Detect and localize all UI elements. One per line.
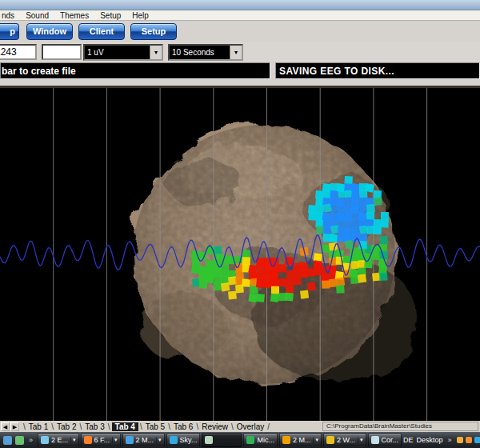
voxel — [366, 212, 374, 220]
office-icon — [282, 436, 290, 444]
desktop-toolbar-label[interactable]: Desktop — [417, 436, 443, 444]
status-message-left: bar to create file — [0, 62, 270, 79]
tab-scroll-left-button[interactable]: ◀ — [1, 422, 10, 431]
tab-separator: / — [267, 422, 270, 431]
voxel — [307, 268, 315, 276]
voxel — [323, 219, 331, 227]
taskbar-button-2-e-[interactable]: 2 E...▾ — [38, 433, 79, 447]
chevron-down-icon[interactable]: ▾ — [112, 437, 118, 443]
quicklaunch-overflow-chevron[interactable]: » — [29, 436, 33, 444]
voxel — [344, 176, 353, 185]
tab-tab-4[interactable]: Tab 4 — [112, 422, 138, 431]
chevron-down-icon[interactable]: ▾ — [70, 437, 76, 443]
voxel — [330, 190, 338, 199]
menu-setup[interactable]: Setup — [100, 11, 121, 20]
taskbar-button-active-app[interactable] — [202, 433, 242, 447]
client-button[interactable]: Client — [78, 23, 125, 40]
chevron-down-icon[interactable]: ▾ — [313, 437, 318, 443]
taskbar-button-label: Cor... — [382, 436, 399, 444]
taskbar-button-sky-[interactable]: Sky... — [166, 433, 201, 447]
taskbar-button-cor-[interactable]: Cor... — [368, 433, 402, 447]
taskbar-button-mic-[interactable]: Mic... — [243, 433, 278, 447]
voxel — [379, 272, 387, 280]
p-button[interactable]: p — [0, 23, 19, 40]
tab-tab-1[interactable]: Tab 1 — [27, 422, 50, 431]
voxel — [374, 226, 382, 234]
window-button[interactable]: Window — [26, 23, 73, 40]
chevron-down-icon[interactable]: ▾ — [156, 437, 162, 443]
taskbar-button-2-m-[interactable]: 2 M...▾ — [279, 433, 322, 447]
notification-area: DE Desktop » — [403, 436, 480, 444]
tab-separator: \ — [196, 422, 198, 431]
tab-strip: \Tab 1\Tab 2\Tab 3\Tab 4\Tab 5\Tab 6\Rev… — [22, 422, 271, 431]
control-row: 1 uV ▾ 10 Seconds ▾ — [0, 42, 480, 62]
tab-review[interactable]: Review — [200, 422, 230, 431]
taskbar-button-label: 6 F... — [94, 436, 110, 444]
counter-field[interactable] — [0, 44, 37, 60]
window-titlebar[interactable] — [0, 0, 480, 10]
voxel — [380, 219, 389, 228]
tab-tab-5[interactable]: Tab 5 — [144, 422, 166, 431]
menu-themes[interactable]: Themes — [60, 11, 89, 20]
skype-icon — [170, 436, 178, 444]
taskbar-button-2-m-[interactable]: 2 M...▾ — [122, 433, 165, 447]
voxel — [316, 205, 324, 213]
voxel — [336, 278, 345, 286]
voxel — [381, 212, 389, 220]
toolbar: pWindowClientSetup — [0, 21, 480, 42]
tray-icons — [457, 437, 480, 443]
brainmaster-window: ndsSoundThemesSetupHelp pWindowClientSet… — [0, 0, 480, 448]
voxel — [329, 234, 338, 243]
taskbar-button-6-f-[interactable]: 6 F...▾ — [81, 433, 121, 447]
tab-separator: \ — [23, 422, 26, 431]
tab-scroll-right-button[interactable]: ▶ — [10, 422, 19, 431]
show-desktop-icon[interactable] — [15, 436, 24, 445]
taskbar-button-2-w-[interactable]: 2 W...▾ — [323, 433, 366, 447]
brain-eeg-visualization — [0, 88, 480, 421]
voxel — [314, 267, 322, 275]
quick-launch: » — [0, 436, 38, 445]
voxel — [366, 204, 375, 213]
voxel — [350, 247, 358, 256]
tab-tab-2[interactable]: Tab 2 — [55, 422, 78, 431]
voxel — [307, 282, 316, 291]
voxel — [359, 234, 367, 242]
voxel — [257, 272, 265, 280]
mail-tray-icon[interactable] — [457, 437, 463, 443]
menu-help[interactable]: Help — [132, 11, 149, 20]
voxel — [372, 252, 380, 260]
chevron-down-icon[interactable]: ▾ — [358, 437, 363, 443]
tab-tab-6[interactable]: Tab 6 — [172, 422, 194, 431]
aux-field[interactable] — [42, 44, 82, 60]
sweep-select[interactable]: 10 Seconds ▾ — [168, 44, 243, 61]
voxel — [338, 226, 346, 234]
setup-button[interactable]: Setup — [130, 23, 177, 40]
menu-nds[interactable]: nds — [2, 11, 14, 20]
chevron-down-icon[interactable]: ▾ — [230, 46, 242, 59]
skype-tray-icon[interactable] — [474, 437, 480, 443]
media-icon — [126, 436, 134, 444]
tray-overflow-chevron[interactable]: » — [448, 436, 452, 444]
ie-quicklaunch-icon[interactable] — [3, 436, 12, 445]
voxel — [214, 246, 222, 255]
tab-separator: \ — [80, 422, 82, 431]
voxel — [358, 274, 366, 283]
taskbar-button-label: Sky... — [180, 436, 198, 444]
update-tray-icon[interactable] — [466, 437, 472, 443]
status-divider — [0, 79, 480, 88]
tab-separator: \ — [108, 422, 110, 431]
voxel — [374, 197, 382, 206]
tab-tab-3[interactable]: Tab 3 — [83, 422, 106, 431]
tab-separator: \ — [168, 422, 170, 431]
language-indicator[interactable]: DE — [403, 436, 414, 444]
voxel — [322, 280, 330, 288]
chevron-down-icon[interactable]: ▾ — [150, 46, 162, 59]
tab-overlay[interactable]: Overlay — [235, 422, 266, 431]
scale-select[interactable]: 1 uV ▾ — [83, 44, 163, 61]
voxel — [350, 275, 359, 284]
menu-sound[interactable]: Sound — [26, 11, 49, 20]
voxel — [278, 278, 286, 286]
voxel — [285, 293, 294, 302]
voxel — [322, 190, 330, 198]
brainmaster-icon — [205, 436, 213, 444]
